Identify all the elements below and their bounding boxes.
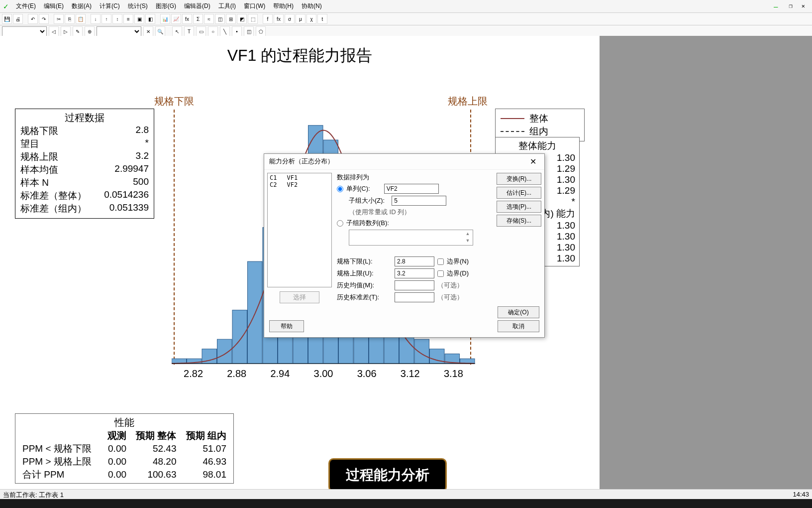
paste-icon[interactable]: 📋 xyxy=(76,14,86,24)
cut-icon[interactable]: ✂ xyxy=(54,14,64,24)
menu-stat[interactable]: 统计(S) xyxy=(125,1,151,11)
bound-n-checkbox[interactable] xyxy=(437,258,444,265)
spin-up-icon[interactable]: ▲ xyxy=(465,231,471,237)
cap-v6: 1.30 xyxy=(557,231,575,242)
radio-across-cols[interactable] xyxy=(337,220,343,227)
lsl-input[interactable] xyxy=(395,256,434,266)
menu-window[interactable]: 窗口(W) xyxy=(241,1,268,11)
perf-r1v1: 48.20 xyxy=(128,455,178,468)
col-n1: VF1 xyxy=(287,174,298,181)
combo-2[interactable] xyxy=(97,26,141,36)
across-cols-listbox[interactable]: ▲ ▼ xyxy=(349,230,473,246)
menu-graph[interactable]: 图形(G) xyxy=(153,1,179,11)
ok-button[interactable]: 确定(O) xyxy=(498,306,539,318)
stats-tool-2[interactable]: 📈 xyxy=(171,14,181,24)
tool-icon-2[interactable]: ↑ xyxy=(102,14,111,24)
combo-1[interactable] xyxy=(2,26,47,36)
stats-tool-7[interactable]: ⊞ xyxy=(226,14,236,24)
tick-0: 2.82 xyxy=(184,368,203,380)
clear-icon[interactable]: ✕ xyxy=(143,26,153,36)
perf-c2: 预期 整体 xyxy=(128,429,178,442)
lsl-form-label: 规格下限(L): xyxy=(337,257,392,266)
perf-r0v2: 51.07 xyxy=(179,442,229,455)
cancel-button[interactable]: 取消 xyxy=(498,320,539,332)
bound-d-checkbox[interactable] xyxy=(437,270,444,277)
pd-k0: 规格下限 xyxy=(20,125,58,137)
radio-single-col[interactable] xyxy=(337,186,343,192)
minimize-button[interactable]: — xyxy=(770,1,782,11)
text-icon[interactable]: T xyxy=(184,26,194,36)
fx-tool-2[interactable]: fx xyxy=(274,14,284,24)
polygon-icon[interactable]: ⬠ xyxy=(256,26,266,36)
menu-file[interactable]: 文件(E) xyxy=(13,1,39,11)
column-listbox[interactable]: C1VF1 C2VF2 xyxy=(267,173,332,287)
stats-tool-4[interactable]: Σ xyxy=(193,14,203,24)
menu-assist[interactable]: 协助(N) xyxy=(299,1,325,11)
perf-r0v0: 0.00 xyxy=(102,442,128,455)
redo-icon[interactable]: ↷ xyxy=(39,14,49,24)
tool-icon-1[interactable]: ↓ xyxy=(91,14,101,24)
stats-tool-5[interactable]: ≈ xyxy=(204,14,214,24)
tool-icon-5[interactable]: ▣ xyxy=(134,14,144,24)
menu-tools[interactable]: 工具(I) xyxy=(215,1,239,11)
process-data-header: 过程数据 xyxy=(20,111,149,125)
transform-button[interactable]: 变换(R)... xyxy=(497,173,541,185)
zoom-icon[interactable]: 🔍 xyxy=(155,26,165,36)
stats-tool-3[interactable]: fx xyxy=(182,14,192,24)
spin-down-icon[interactable]: ▼ xyxy=(465,238,471,244)
maximize-button[interactable]: ❐ xyxy=(785,1,797,11)
undo-icon[interactable]: ↶ xyxy=(28,14,38,24)
line-icon[interactable]: ╲ xyxy=(220,26,230,36)
subgroup-size-input[interactable] xyxy=(392,196,446,206)
fx-tool-4[interactable]: μ xyxy=(296,14,305,24)
tool-icon-3[interactable]: ↕ xyxy=(112,14,122,24)
fx-tool-5[interactable]: χ xyxy=(306,14,316,24)
perf-r2v1: 100.63 xyxy=(128,468,178,481)
menu-help[interactable]: 帮助(H) xyxy=(270,1,297,11)
polyline-icon[interactable]: ◫ xyxy=(244,26,254,36)
close-button[interactable]: ✕ xyxy=(798,1,809,11)
nav-prev-icon[interactable]: ◁ xyxy=(49,26,59,36)
fx-tool-1[interactable]: f xyxy=(263,14,273,24)
tool-icon-6[interactable]: ◧ xyxy=(145,14,155,24)
menu-edit[interactable]: 编辑(E) xyxy=(41,1,67,11)
circle-icon[interactable]: ○ xyxy=(208,26,218,36)
dialog-close-icon[interactable]: ✕ xyxy=(527,157,539,166)
menu-editor[interactable]: 编辑器(D) xyxy=(181,1,213,11)
stats-tool-8[interactable]: ◩ xyxy=(237,14,247,24)
perf-r2v0: 0.00 xyxy=(102,468,128,481)
stats-tool-9[interactable]: ⬚ xyxy=(248,14,258,24)
fx-tool-6[interactable]: t xyxy=(317,14,327,24)
menu-calc[interactable]: 计算(C) xyxy=(97,1,123,11)
menu-data[interactable]: 数据(A) xyxy=(69,1,95,11)
store-button[interactable]: 存储(S)... xyxy=(497,215,541,227)
copy-icon[interactable]: ⎘ xyxy=(65,14,75,24)
nav-tool-1[interactable]: ✎ xyxy=(73,26,83,36)
nav-tool-2[interactable]: ⊕ xyxy=(85,26,95,36)
stats-tool-1[interactable]: 📊 xyxy=(160,14,170,24)
perf-r0k: PPM < 规格下限 xyxy=(20,442,102,455)
options-button[interactable]: 选项(P)... xyxy=(497,201,541,213)
tool-icon-4[interactable]: ≡ xyxy=(123,14,133,24)
marker-icon[interactable]: • xyxy=(232,26,242,36)
usl-input[interactable] xyxy=(395,268,434,278)
single-col-input[interactable] xyxy=(384,184,439,194)
legend-within: 组内 xyxy=(529,125,548,138)
menubar: ✓ 文件(E) 编辑(E) 数据(A) 计算(C) 统计(S) 图形(G) 编辑… xyxy=(0,0,812,13)
help-button[interactable]: 帮助 xyxy=(269,320,304,332)
estimate-button[interactable]: 估计(E)... xyxy=(497,187,541,199)
hist-mean-input[interactable] xyxy=(395,280,434,290)
svg-rect-3 xyxy=(217,339,232,364)
bound-n-label: 边界(N) xyxy=(447,257,469,266)
hist-sd-input[interactable] xyxy=(395,292,434,302)
stats-tool-6[interactable]: ◫ xyxy=(215,14,225,24)
nav-next-icon[interactable]: ▷ xyxy=(61,26,71,36)
col-n2: VF2 xyxy=(287,181,298,188)
print-icon[interactable]: 🖨 xyxy=(13,14,23,24)
save-icon[interactable]: 💾 xyxy=(2,14,12,24)
fx-tool-3[interactable]: σ xyxy=(285,14,295,24)
status-time: 14:43 xyxy=(793,491,809,498)
cap-v5: 1.30 xyxy=(557,220,575,231)
rect-icon[interactable]: ▭ xyxy=(196,26,206,36)
pointer-icon[interactable]: ↖ xyxy=(172,26,182,36)
